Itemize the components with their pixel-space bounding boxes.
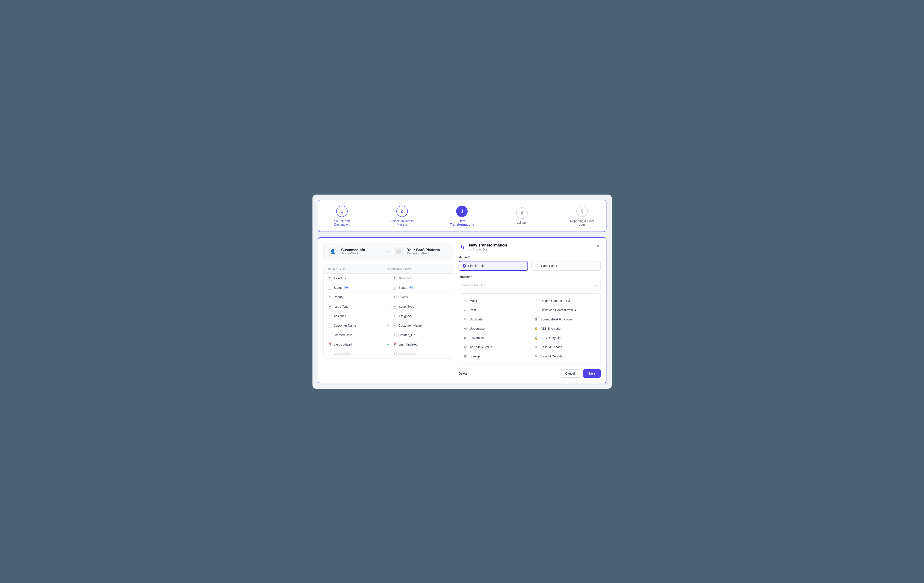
base64-decode-icon: 👁 [534,354,538,358]
duplicate-icon: ⧉ [463,317,468,322]
simple-editor-radio [462,264,466,268]
step-2-label: Select Objects to Migrate [387,219,417,226]
field-name: Customer Name [334,324,356,327]
step-5[interactable]: 5 Reporting & Error Logs [567,206,597,226]
function-name: Mask [470,299,477,302]
step-1[interactable]: 1 Source and Destination [327,206,357,226]
function-grid: ✳ Mask ↑ Upload Content to S3 ↩ Cast ↓ D… [459,296,601,361]
function-download-s3[interactable]: ↓ Download Content from S3 [530,306,601,315]
function-name: Upload Content to S3 [541,299,570,302]
base64-encode-icon: 👁 [534,345,538,349]
left-panel: 👤 Customer Info Source Object → ⬜ Your S… [323,243,453,378]
type-icon-t: T [328,333,332,337]
source-field-placeholder: T [328,352,384,356]
row-arrow: → [384,352,393,356]
transformation-title-text: New Transformation on Created Date [469,243,507,251]
function-add-static[interactable]: ⊞ Add Static Value [459,342,530,352]
function-upload-s3[interactable]: ↑ Upload Content to S3 [530,296,601,306]
step-3[interactable]: 3 Data Transformations [447,206,477,226]
field-name: Status [334,286,343,289]
code-editor-option[interactable]: Code Editor [531,261,601,271]
save-button[interactable]: Save [583,369,601,378]
method-section: Method* Simple Editor Code Editor [459,256,601,271]
function-mask[interactable]: ✳ Mask [459,296,530,306]
simple-editor-option[interactable]: Simple Editor [459,261,528,271]
row-arrow: → [384,305,393,309]
type-icon-t: T [328,324,332,327]
delete-button[interactable]: Delete [459,372,467,375]
action-buttons: Cancel Save [559,369,601,378]
step-4-circle: 4 [516,207,528,219]
field-name: Priority [399,296,408,299]
source-field-assignee: T Assignee [328,314,384,318]
dest-field-last-updated: 📅 Last_Updated [393,342,449,347]
function-name: Lookup [470,355,480,358]
function-aes-decrypt[interactable]: 🔒 AES Decryption [530,333,601,342]
upload-icon: ↑ [534,299,538,303]
row-arrow: → [384,276,393,280]
step-1-label: Source and Destination [327,219,357,226]
function-lookup[interactable]: ⊡ Lookup [459,352,530,361]
function-name: Uppercase [470,327,485,330]
source-field-last-updated: 📅 Last Updated [328,342,384,347]
type-icon-t: T [393,333,397,337]
source-icon: 👤 [328,247,338,256]
function-name: Base64 Decode [541,355,563,358]
dest-fields-header: Destination Fields [388,268,449,271]
main-container: 1 Source and Destination 2 Select Object… [312,195,612,389]
function-spreadsheet[interactable]: ⊞ Spreadsheet Functions [530,315,601,324]
lock-icon: 🔒 [534,326,538,331]
spreadsheet-icon: ⊞ [534,317,538,322]
field-name: Ticket ID [334,276,346,280]
row-arrow: → [384,295,393,299]
type-icon-t: T [393,286,397,290]
function-dropdown: ✳ Mask ↑ Upload Content to S3 ↩ Cast ↓ D… [459,293,601,364]
function-name: Lowercase [470,336,485,340]
function-base64-encode[interactable]: 👁 Base64 Encode [530,342,601,352]
type-icon-t: T [393,324,397,327]
lock-open-icon: 🔒 [534,335,538,340]
step-1-circle: 1 [336,206,348,217]
row-arrow: → [384,342,393,347]
type-icon-t: T [328,286,332,290]
function-uppercase[interactable]: A| Uppercase [459,324,530,333]
source-field-status: T Status PK [328,286,384,290]
type-icon-cal: 📅 [328,342,332,347]
source-to-dest-arrow: → [386,249,391,254]
table-row: T Customer Name → T Customer_Name [324,321,453,330]
cancel-button[interactable]: Cancel [559,369,580,378]
function-section: Function* Select a Function ▾ [459,275,601,290]
right-panel: New Transformation on Created Date ✕ Met… [459,243,601,378]
content-area: 👤 Customer Info Source Object → ⬜ Your S… [318,237,606,383]
function-aes-encrypt[interactable]: 🔒 AES Encryption [530,324,601,333]
step-4[interactable]: 4 Validate [507,207,537,225]
function-duplicate[interactable]: ⧉ Duplicate [459,315,530,324]
connector-2-3 [417,213,447,213]
source-field-priority: T Priority [328,295,384,299]
source-fields-header: Source Fields [328,268,388,271]
function-select-dropdown[interactable]: Select a Function ▾ [459,281,601,290]
field-name: Status [399,286,407,289]
function-name: Base64 Encode [541,345,563,349]
type-icon-t: T [328,352,332,356]
function-label: Function* [459,275,601,278]
function-name: Download Content from S3 [541,308,578,312]
function-lowercase[interactable]: a| Lowercase [459,333,530,342]
connector-4-5 [537,213,567,213]
fields-panel: Source Fields Destination Fields T Ticke… [323,264,453,359]
close-button[interactable]: ✕ [596,243,601,249]
dest-field-priority: T Priority [393,295,449,299]
step-2[interactable]: 2 Select Objects to Migrate [387,206,417,226]
type-icon-t: T [393,352,397,356]
placeholder-bar [334,353,351,355]
function-cast[interactable]: ↩ Cast [459,306,530,315]
placeholder-bar [399,353,416,355]
source-field-ticket-id: T Ticket ID [328,276,384,280]
function-base64-decode[interactable]: 👁 Base64 Decode [530,352,601,361]
table-row: T Created Date → T Created_On [324,330,453,340]
code-editor-radio [535,264,539,268]
type-icon-t: T [328,276,332,280]
source-name: Customer Info [341,248,383,252]
dest-field-status: T Status PK [393,286,449,290]
transformation-title: New Transformation [469,243,507,248]
